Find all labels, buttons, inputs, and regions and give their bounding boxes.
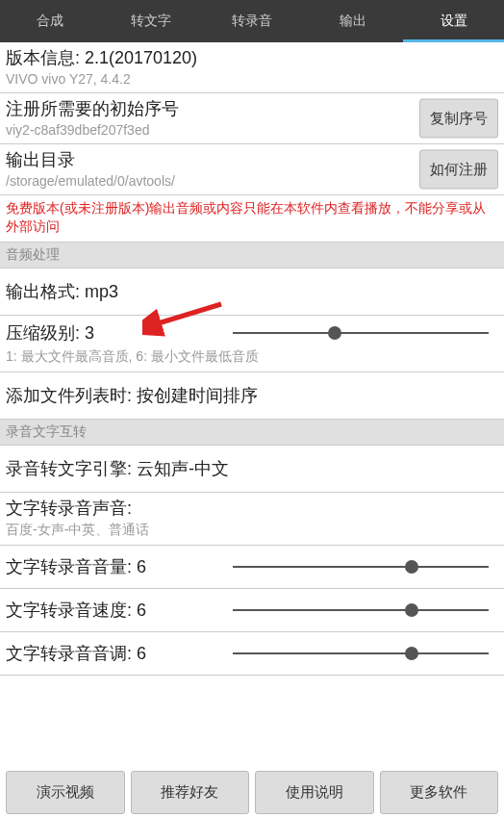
- help-button[interactable]: 使用说明: [255, 771, 374, 814]
- row-output-format[interactable]: 输出格式: mp3: [0, 268, 504, 316]
- compression-label: 压缩级别: 3: [6, 321, 233, 345]
- output-format-label: 输出格式: mp3: [6, 280, 498, 303]
- group-stt-tts: 录音文字互转: [0, 420, 504, 446]
- row-tts-pitch[interactable]: 文字转录音音调: 6: [0, 632, 504, 676]
- device-info: VIVO vivo Y27, 4.4.2: [6, 71, 498, 87]
- compression-slider[interactable]: [233, 332, 498, 334]
- tts-speed-label: 文字转录音速度: 6: [6, 599, 233, 622]
- how-register-button[interactable]: 如何注册: [419, 150, 498, 190]
- tab-synth[interactable]: 合成: [0, 0, 101, 42]
- tts-voice-label: 文字转录音声音:: [6, 497, 498, 520]
- stt-engine-label: 录音转文字引擎: 云知声-中文: [6, 457, 498, 480]
- copy-serial-button[interactable]: 复制序号: [419, 99, 498, 139]
- output-dir-label: 输出目录: [6, 148, 408, 171]
- more-apps-button[interactable]: 更多软件: [380, 771, 499, 814]
- version-label: 版本信息: 2.1(20170120): [6, 46, 498, 69]
- top-tabs: 合成 转文字 转录音 输出 设置: [0, 0, 504, 42]
- tts-pitch-slider[interactable]: [233, 652, 498, 654]
- tab-settings[interactable]: 设置: [403, 0, 504, 42]
- demo-video-button[interactable]: 演示视频: [6, 771, 125, 814]
- row-tts-voice[interactable]: 文字转录音声音: 百度-女声-中英、普通话: [0, 493, 504, 546]
- compression-hint: 1: 最大文件最高音质, 6: 最小文件最低音质: [6, 348, 498, 366]
- row-version[interactable]: 版本信息: 2.1(20170120) VIVO vivo Y27, 4.4.2: [0, 42, 504, 93]
- group-audio-processing: 音频处理: [0, 243, 504, 268]
- settings-content: 版本信息: 2.1(20170120) VIVO vivo Y27, 4.4.2…: [0, 42, 504, 676]
- tts-voice-value: 百度-女声-中英、普通话: [6, 522, 498, 539]
- recommend-button[interactable]: 推荐好友: [131, 771, 250, 814]
- tts-volume-label: 文字转录音音量: 6: [6, 555, 233, 578]
- row-tts-volume[interactable]: 文字转录音音量: 6: [0, 546, 504, 589]
- unregistered-note: 免费版本(或未注册版本)输出音频或内容只能在本软件内查看播放，不能分享或从外部访…: [0, 195, 504, 243]
- tab-output[interactable]: 输出: [302, 0, 403, 42]
- row-output-dir[interactable]: 输出目录 /storage/emulated/0/avtools/ 如何注册: [0, 144, 504, 195]
- tab-to-text[interactable]: 转文字: [101, 0, 202, 42]
- row-serial[interactable]: 注册所需要的初始序号 viy2-c8af39dbef207f3ed 复制序号: [0, 93, 504, 144]
- row-stt-engine[interactable]: 录音转文字引擎: 云知声-中文: [0, 446, 504, 493]
- row-tts-speed[interactable]: 文字转录音速度: 6: [0, 589, 504, 632]
- tts-speed-slider[interactable]: [233, 609, 498, 611]
- tts-pitch-label: 文字转录音音调: 6: [6, 642, 233, 665]
- add-list-label: 添加文件列表时: 按创建时间排序: [6, 384, 498, 407]
- row-compression[interactable]: 压缩级别: 3 1: 最大文件最高音质, 6: 最小文件最低音质: [0, 316, 504, 372]
- serial-value: viy2-c8af39dbef207f3ed: [6, 122, 408, 138]
- output-dir-path: /storage/emulated/0/avtools/: [6, 173, 408, 189]
- tab-to-audio[interactable]: 转录音: [202, 0, 303, 42]
- bottom-button-bar: 演示视频 推荐好友 使用说明 更多软件: [0, 771, 504, 814]
- row-add-list-sort[interactable]: 添加文件列表时: 按创建时间排序: [0, 372, 504, 420]
- serial-label: 注册所需要的初始序号: [6, 97, 408, 120]
- tts-volume-slider[interactable]: [233, 566, 498, 568]
